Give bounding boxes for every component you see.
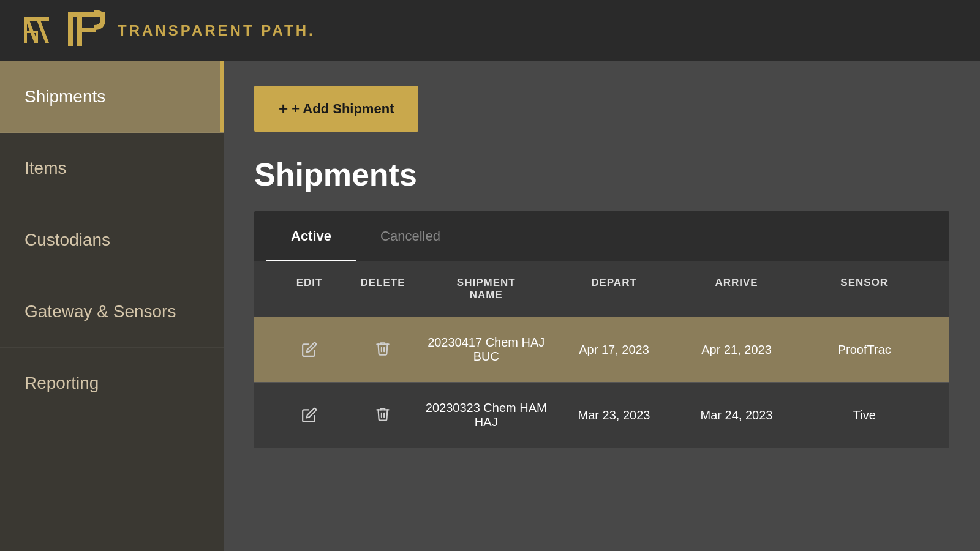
col-edit: EDIT [273, 277, 346, 301]
col-sensor: SENSOR [798, 277, 932, 301]
logo-container: TRANSPARENT PATH. [18, 9, 315, 52]
col-shipment-name: SHIPMENTNAME [420, 277, 553, 301]
svg-rect-10 [77, 12, 96, 17]
shipments-table: EDIT DELETE SHIPMENTNAME DEPART ARRIVE S… [254, 261, 949, 448]
row2-arrive: Mar 24, 2023 [676, 408, 798, 422]
sidebar: Shipments Items Custodians Gateway & Sen… [0, 61, 224, 551]
row2-depart: Mar 23, 2023 [553, 408, 676, 422]
row1-sensor: ProofTrac [798, 343, 932, 357]
row1-delete-cell [346, 340, 420, 359]
sidebar-item-gateway-sensors-label: Gateway & Sensors [24, 302, 176, 321]
tab-active[interactable]: Active [266, 211, 356, 261]
main-layout: Shipments Items Custodians Gateway & Sen… [0, 61, 980, 551]
pencil-icon [301, 407, 317, 423]
add-shipment-label: + Add Shipment [292, 101, 394, 117]
row2-edit-cell [273, 407, 346, 423]
col-arrive: ARRIVE [676, 277, 798, 301]
tab-active-label: Active [291, 228, 331, 244]
page-title: Shipments [254, 156, 949, 193]
svg-marker-6 [24, 17, 49, 21]
tabs-header: Active Cancelled [254, 211, 949, 261]
table-header: EDIT DELETE SHIPMENTNAME DEPART ARRIVE S… [254, 261, 949, 317]
trash-icon [375, 340, 391, 359]
logo-icon [18, 12, 55, 49]
row2-delete-button[interactable] [346, 406, 420, 424]
table-row: 20230323 Chem HAM HAJ Mar 23, 2023 Mar 2… [254, 383, 949, 448]
row1-edit-cell [273, 342, 346, 358]
add-shipment-button[interactable]: + + Add Shipment [254, 86, 418, 132]
sidebar-item-gateway-sensors[interactable]: Gateway & Sensors [0, 276, 224, 348]
tabs-and-table: Active Cancelled EDIT DELETE SHIPMENTNAM… [254, 211, 949, 448]
col-delete: DELETE [346, 277, 420, 301]
sidebar-item-reporting[interactable]: Reporting [0, 348, 224, 419]
app-header: TRANSPARENT PATH. [0, 0, 980, 61]
sidebar-item-custodians[interactable]: Custodians [0, 204, 224, 276]
tab-cancelled[interactable]: Cancelled [356, 211, 465, 261]
add-shipment-icon: + [279, 99, 288, 118]
logo-text: TRANSPARENT PATH. [118, 22, 315, 39]
row2-edit-button[interactable] [273, 407, 346, 423]
sidebar-item-custodians-label: Custodians [24, 230, 110, 249]
sidebar-item-reporting-label: Reporting [24, 373, 99, 392]
row1-delete-button[interactable] [346, 340, 420, 359]
row1-edit-button[interactable] [273, 342, 346, 358]
row1-arrive: Apr 21, 2023 [676, 343, 798, 357]
svg-rect-11 [77, 28, 96, 32]
sidebar-item-shipments[interactable]: Shipments [0, 61, 224, 133]
row2-delete-cell [346, 406, 420, 424]
tab-cancelled-label: Cancelled [380, 228, 440, 244]
col-depart: DEPART [553, 277, 676, 301]
row2-sensor: Tive [798, 408, 932, 422]
row2-shipment-name: 20230323 Chem HAM HAJ [420, 401, 553, 429]
svg-rect-8 [68, 12, 73, 46]
trash-icon [375, 406, 391, 424]
content-area: + + Add Shipment Shipments Active Cancel… [224, 61, 980, 551]
logo-svg [65, 9, 108, 52]
pencil-icon [301, 342, 317, 358]
sidebar-item-items[interactable]: Items [0, 133, 224, 204]
sidebar-item-shipments-label: Shipments [24, 87, 105, 106]
row1-shipment-name: 20230417 Chem HAJ BUC [420, 335, 553, 364]
sidebar-item-items-label: Items [24, 159, 66, 178]
row1-depart: Apr 17, 2023 [553, 343, 676, 357]
table-row: 20230417 Chem HAJ BUC Apr 17, 2023 Apr 2… [254, 317, 949, 383]
